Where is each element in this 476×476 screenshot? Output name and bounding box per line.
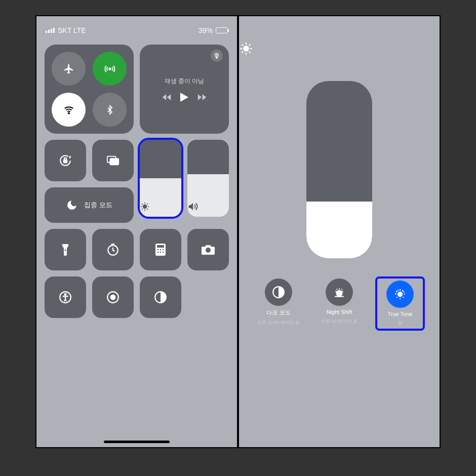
- status-bar: SKT LTE 39%: [36, 16, 237, 38]
- brightness-icon: [140, 202, 150, 212]
- calculator-icon: [155, 243, 166, 256]
- svg-point-8: [143, 205, 147, 209]
- dark-mode-button[interactable]: [140, 276, 181, 318]
- dark-mode-subtitle: 오후 10:00 전까지 끔: [257, 320, 300, 326]
- night-shift-toggle[interactable]: Night Shift 오전 12:00까지 끔: [316, 279, 362, 329]
- connectivity-group: [45, 45, 134, 134]
- airplay-button[interactable]: [211, 50, 223, 62]
- true-tone-icon: [393, 288, 407, 301]
- home-indicator[interactable]: [104, 441, 170, 443]
- svg-rect-12: [157, 245, 164, 248]
- battery-icon: [216, 27, 228, 33]
- airplane-mode-button[interactable]: [52, 52, 86, 86]
- record-icon: [106, 291, 120, 304]
- calculator-button[interactable]: [140, 229, 181, 270]
- airplay-icon: [213, 52, 220, 59]
- wifi-button[interactable]: [52, 93, 86, 127]
- timer-button[interactable]: [92, 229, 134, 270]
- svg-point-0: [109, 68, 111, 70]
- cellular-data-button[interactable]: [93, 52, 127, 86]
- night-shift-icon: [333, 286, 346, 299]
- svg-rect-5: [64, 160, 67, 163]
- svg-point-19: [206, 248, 211, 253]
- forward-icon[interactable]: [197, 94, 207, 101]
- svg-point-2: [215, 53, 219, 57]
- sun-icon: [239, 42, 253, 56]
- svg-point-17: [160, 252, 162, 253]
- battery-percent: 39%: [199, 26, 213, 34]
- screen-record-button[interactable]: [92, 276, 134, 318]
- cellular-signal-icon: [46, 28, 55, 33]
- flashlight-icon: [61, 243, 69, 256]
- night-shift-title: Night Shift: [327, 309, 352, 315]
- svg-point-14: [160, 249, 162, 251]
- true-tone-toggle[interactable]: True Tone 켬: [377, 279, 423, 329]
- camera-icon: [201, 244, 215, 255]
- focus-mode-button[interactable]: 집중 모드: [45, 187, 134, 223]
- cellular-antenna-icon: [104, 63, 115, 74]
- svg-point-1: [68, 112, 69, 113]
- accessibility-button[interactable]: [45, 276, 86, 318]
- accessibility-icon: [59, 291, 72, 304]
- svg-point-28: [398, 292, 403, 297]
- dark-mode-icon: [272, 286, 285, 299]
- timer-icon: [106, 243, 120, 256]
- airplane-icon: [63, 63, 74, 74]
- screen-mirroring-icon: [106, 155, 120, 166]
- svg-point-25: [244, 46, 248, 51]
- brightness-large-slider[interactable]: [306, 81, 372, 258]
- svg-rect-7: [110, 158, 118, 165]
- volume-slider[interactable]: [187, 140, 229, 217]
- control-center-panel: SKT LTE 39%: [35, 15, 238, 448]
- play-icon[interactable]: [180, 93, 188, 102]
- orientation-lock-button[interactable]: [45, 140, 86, 181]
- svg-point-18: [163, 252, 164, 253]
- svg-point-3: [216, 55, 217, 56]
- volume-icon: [187, 202, 199, 212]
- brightness-detail-panel: 다크 모드 오후 10:00 전까지 끔 Night Shift 오전 12:0…: [238, 15, 441, 448]
- brightness-slider[interactable]: [140, 140, 181, 217]
- moon-icon: [66, 199, 78, 211]
- screen-mirroring-button[interactable]: [92, 140, 134, 181]
- rewind-icon[interactable]: [162, 94, 171, 101]
- svg-point-16: [157, 252, 159, 253]
- svg-point-21: [64, 294, 66, 295]
- dark-mode-title: 다크 모드: [266, 309, 290, 316]
- focus-label: 집중 모드: [84, 201, 112, 210]
- svg-point-15: [163, 249, 164, 251]
- camera-button[interactable]: [187, 229, 229, 270]
- media-status-label: 재생 중이 아님: [165, 77, 205, 86]
- night-shift-subtitle: 오전 12:00까지 끔: [321, 318, 358, 325]
- svg-point-13: [157, 249, 159, 251]
- dark-mode-toggle[interactable]: 다크 모드 오후 10:00 전까지 끔: [256, 279, 301, 329]
- flashlight-button[interactable]: [45, 229, 86, 270]
- wifi-icon: [63, 104, 74, 115]
- true-tone-title: True Tone: [388, 311, 413, 317]
- bluetooth-button[interactable]: [93, 93, 127, 127]
- svg-point-23: [111, 295, 115, 300]
- bluetooth-icon: [105, 105, 115, 115]
- true-tone-subtitle: 켬: [398, 320, 403, 327]
- carrier-label: SKT LTE: [58, 26, 86, 34]
- svg-point-27: [337, 291, 342, 296]
- dark-mode-icon: [154, 291, 167, 304]
- media-controls-tile[interactable]: 재생 중이 아님: [140, 45, 229, 134]
- svg-point-9: [65, 250, 66, 251]
- orientation-lock-icon: [59, 154, 72, 167]
